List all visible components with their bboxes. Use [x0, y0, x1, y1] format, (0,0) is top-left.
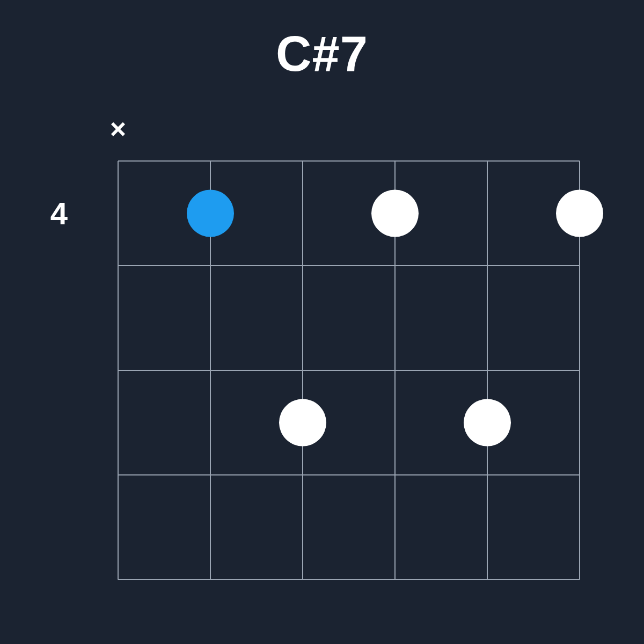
- finger-dot: [556, 190, 603, 237]
- base-fret-label: 4: [50, 196, 68, 231]
- finger-dot: [371, 190, 419, 237]
- chord-diagram: C#7 4×: [0, 0, 644, 644]
- finger-dot: [464, 399, 511, 447]
- root-note-dot: [187, 190, 234, 237]
- finger-dot: [279, 399, 326, 447]
- muted-string-icon: ×: [110, 113, 126, 144]
- fretboard-svg: 4×: [0, 0, 644, 644]
